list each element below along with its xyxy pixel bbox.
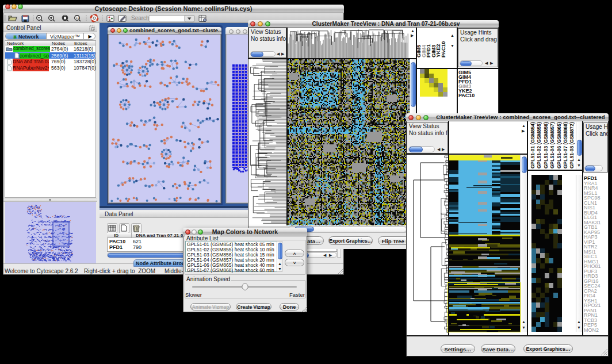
svg-text:GPL51-04 (GSM857): GPL51-04 (GSM857) — [549, 122, 555, 168]
svg-text:GPL51-02 (GSM855): GPL51-02 (GSM855) — [536, 122, 542, 168]
svg-text:GPL51-06 (GSM865): GPL51-06 (GSM865) — [556, 122, 562, 168]
svg-text:GPL51-01 (GSM854): GPL51-01 (GSM854) — [530, 122, 536, 168]
svg-text:GPL51-03 (GSM856): GPL51-03 (GSM856) — [543, 122, 549, 168]
svg-text:GPL51-07 (GSM868): GPL51-07 (GSM868) — [563, 122, 568, 168]
svg-text:PAC10: PAC10 — [441, 41, 446, 58]
svg-text:1:1: 1:1 — [76, 17, 80, 20]
svg-text:GPL51-08 (GSM872): GPL51-08 (GSM872) — [569, 122, 575, 168]
svg-text:Search:: Search: — [131, 15, 151, 21]
